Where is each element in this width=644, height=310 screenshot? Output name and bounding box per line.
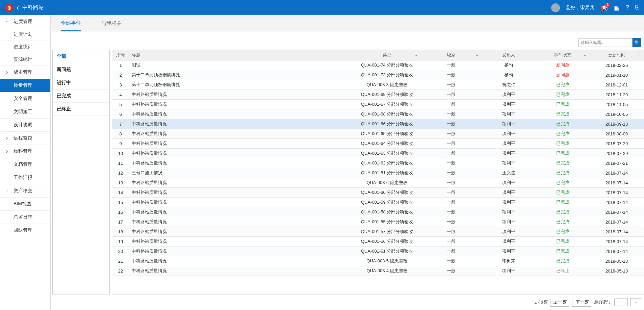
cell-time: 2018-07-14 <box>590 237 644 247</box>
cell-title: 中科路站质量情况 <box>129 207 353 217</box>
table-row[interactable]: 9中科路站质量情况QUA-001-64 分部分项验收一般项利平已完成2018-0… <box>112 139 644 149</box>
sidebar-item[interactable]: 总监日志 <box>0 211 50 224</box>
cell-level: 一般 <box>421 217 482 227</box>
cell-status: 已完成 <box>536 129 590 139</box>
help-icon[interactable]: ? <box>626 4 629 11</box>
cell-level: 一般 <box>421 158 482 168</box>
tab[interactable]: 全部事件 <box>61 16 81 31</box>
table-row[interactable]: 18中科路站质量情况QUA-001-57 分部分项验收一般项利平已完成2018-… <box>112 227 644 237</box>
col-header-type[interactable]: 类型⌄ <box>353 50 421 60</box>
col-header-time[interactable]: 更新时间↑ <box>590 50 644 60</box>
sidebar-item[interactable]: 远程监控 <box>0 132 50 145</box>
table-row[interactable]: 17中科路站质量情况QUA-001-55 分部分项验收一般项利平已完成2018-… <box>112 217 644 227</box>
cell-owner: 项利平 <box>482 207 536 217</box>
sidebar-item[interactable]: 进度管理 <box>0 15 50 28</box>
table-row[interactable]: 19中科路站质量情况QUA-001-56 分部分项验收一般项利平已完成2018-… <box>112 237 644 247</box>
filter-item[interactable]: 已完成 <box>53 89 109 103</box>
tab[interactable]: 与我相关 <box>101 16 122 31</box>
sidebar-item[interactable]: 质量管理 <box>0 79 50 92</box>
jump-go-button[interactable]: → <box>630 298 641 306</box>
chevron-down-icon[interactable]: ⌄ <box>475 52 479 57</box>
sidebar-item[interactable]: 资产移交 <box>0 184 50 198</box>
sidebar-item[interactable]: 设计协调 <box>0 119 50 132</box>
table-row[interactable]: 13中科路站质量情况QUA-003-6 隐患整改一般项利平已完成2018-07-… <box>112 178 644 188</box>
cell-time: 2018-11-29 <box>590 90 644 100</box>
cell-idx: 18 <box>112 227 129 237</box>
header-left: ◎ ‹ 中科路站 <box>5 3 44 12</box>
sidebar-sub-item[interactable]: 进度统计 <box>0 41 50 53</box>
sidebar-item[interactable]: 文明施工 <box>0 105 50 119</box>
sidebar-sub-item[interactable]: 资源统计 <box>0 53 50 66</box>
table-row[interactable]: 6中科路站质量情况QUA-001-68 分部分项验收一般项利平已完成2018-1… <box>112 109 644 119</box>
table-row[interactable]: 2第十二单元顶板钢筋绑扎QUA-001-73 分部分项验收一般杨昀新问题2019… <box>112 70 644 80</box>
back-chevron-icon[interactable]: ‹ <box>17 3 19 12</box>
prev-page-button[interactable]: 上一页 <box>550 298 569 307</box>
table-row[interactable]: 4中科路站质量情况QUA-001-69 分部分项验收一般项利平已完成2018-1… <box>112 90 644 100</box>
cell-type: QUA-003-4 隐患整改 <box>353 266 421 276</box>
cell-owner: 项利平 <box>482 188 536 198</box>
table-row[interactable]: 12三号口施工情况QUA-001-51 分部分项验收一般王义盛已完成2018-0… <box>112 168 644 178</box>
cell-title: 中科路站质量情况 <box>129 119 353 129</box>
col-header-title[interactable]: 标题 <box>129 50 353 60</box>
sidebar-item[interactable]: 安全管理 <box>0 92 50 105</box>
sidebar-item[interactable]: 工作汇报 <box>0 171 50 184</box>
cell-level: 一般 <box>421 256 482 266</box>
table-row[interactable]: 20中科路站质量情况QUA-001-61 分部分项验收一般项利平已完成2018-… <box>112 247 644 256</box>
cell-idx: 7 <box>112 119 129 129</box>
table-row[interactable]: 14中科路站质量情况QUA-001-60 分部分项验收一般项利平已完成2018-… <box>112 188 644 198</box>
cell-owner: 项利平 <box>482 227 536 237</box>
filter-item[interactable]: 新问题 <box>53 63 109 76</box>
next-page-button[interactable]: 下一页 <box>572 298 591 307</box>
col-header-idx[interactable]: 序号 <box>112 50 129 60</box>
sidebar-sub-item[interactable]: 进度计划 <box>0 28 50 41</box>
filter-item[interactable]: 已终止 <box>53 103 109 116</box>
table-row[interactable]: 1测试QUA-001-74 分部分项验收一般杨昀新问题2019-02-26 <box>112 60 644 70</box>
chevron-down-icon[interactable]: ⌄ <box>414 52 418 57</box>
cell-title: 第十二单元顶板钢筋绑扎 <box>129 80 353 90</box>
table-row[interactable]: 8中科路站质量情况QUA-001-65 分部分项验收一般项利平已完成2018-0… <box>112 129 644 139</box>
table-row[interactable]: 16中科路站质量情况QUA-001-58 分部分项验收一般项利平已完成2018-… <box>112 207 644 217</box>
cell-idx: 14 <box>112 188 129 198</box>
cell-status: 已终止 <box>536 266 590 276</box>
search-icon: 🔍 <box>634 40 640 45</box>
table-row[interactable]: 11中科路站质量情况QUA-001-62 分部分项验收一般项利平已完成2018-… <box>112 158 644 168</box>
cell-status: 已完成 <box>536 119 590 129</box>
filter-item[interactable]: 进行中 <box>53 76 109 89</box>
table-row[interactable]: 7中科路站质量情况QUA-001-66 分部分项验收一般项利平已完成2018-0… <box>112 119 644 129</box>
sidebar: 进度管理进度计划进度统计资源统计成本管理质量管理安全管理文明施工设计协调远程监控… <box>0 15 51 310</box>
search-button[interactable]: 🔍 <box>633 38 641 47</box>
cell-time: 2019-01-10 <box>590 70 644 80</box>
col-header-level[interactable]: 级别⌄ <box>421 50 482 60</box>
table-row[interactable]: 22中科路站质量情况QUA-003-4 隐患整改一般项利平已终止2018-05-… <box>112 266 644 276</box>
sidebar-item[interactable]: 物料管理 <box>0 145 50 158</box>
col-header-owner[interactable]: 发起人 <box>482 50 536 60</box>
logout-icon[interactable]: ⎘ <box>635 4 639 11</box>
cell-status: 已完成 <box>536 198 590 207</box>
table-row[interactable]: 15中科路站质量情况QUA-001-59 分部分项验收一般项利平已完成2018-… <box>112 198 644 207</box>
sidebar-item[interactable]: 成本管理 <box>0 66 50 79</box>
col-header-status[interactable]: 事件状态⌄ <box>536 50 590 60</box>
cell-level: 一般 <box>421 100 482 109</box>
table-row[interactable]: 10中科路站质量情况QUA-001-63 分部分项验收一般项利平已完成2018-… <box>112 149 644 158</box>
chevron-down-icon[interactable]: ⌄ <box>583 52 587 57</box>
cell-type: QUA-001-74 分部分项验收 <box>353 60 421 70</box>
cell-owner: 项利平 <box>482 119 536 129</box>
cell-owner: 项利平 <box>482 90 536 100</box>
apps-icon[interactable]: ▦ <box>614 4 620 11</box>
sidebar-item[interactable]: 团队管理 <box>0 224 50 237</box>
sidebar-item[interactable]: 文档管理 <box>0 158 50 171</box>
cell-owner: 杨昀 <box>482 60 536 70</box>
table-row[interactable]: 5中科路站质量情况QUA-001-67 分部分项验收一般项利平已完成2018-1… <box>112 100 644 109</box>
sort-asc-icon[interactable]: ↑ <box>639 52 641 57</box>
avatar-icon[interactable] <box>551 3 560 12</box>
sidebar-item[interactable]: BIM视图 <box>0 198 50 211</box>
filter-item[interactable]: 全部 <box>53 50 109 63</box>
table-row[interactable]: 21中科路站质量情况QUA-003-5 隐患整改一般李树东已完成2018-05-… <box>112 256 644 266</box>
search-input[interactable] <box>578 38 633 47</box>
cell-type: QUA-001-55 分部分项验收 <box>353 217 421 227</box>
jump-input[interactable] <box>614 299 628 306</box>
announce-icon[interactable]: 📢1 <box>600 4 608 11</box>
cell-level: 一般 <box>421 178 482 188</box>
table-row[interactable]: 3第十二单元顶板钢筋绑扎QUA-003-3 隐患整改一般祝龙伯已完成2018-1… <box>112 80 644 90</box>
pager: 1 / 8页 上一页 下一页 跳转到： → <box>51 294 644 310</box>
